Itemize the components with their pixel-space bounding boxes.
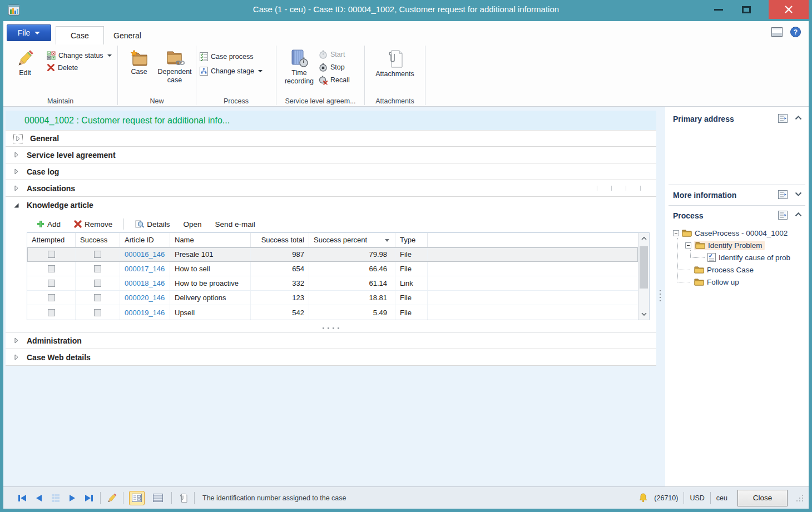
attempted-checkbox[interactable] bbox=[48, 251, 55, 258]
notification-count[interactable]: (26710) bbox=[654, 494, 678, 502]
pane-splitter[interactable] bbox=[656, 107, 665, 486]
open-button[interactable]: Open bbox=[179, 220, 206, 228]
remove-button[interactable]: Remove bbox=[70, 220, 117, 228]
tree-node-caseprocess[interactable]: CaseProcess - 00004_1002 bbox=[665, 227, 809, 239]
article-id-link[interactable]: 000019_146 bbox=[125, 309, 165, 317]
col-type[interactable]: Type bbox=[395, 233, 428, 247]
success-checkbox[interactable] bbox=[94, 280, 101, 287]
file-menu-button[interactable]: File bbox=[7, 24, 51, 41]
factbox-menu-icon[interactable] bbox=[778, 211, 788, 220]
last-record-button[interactable] bbox=[83, 493, 95, 504]
section-associations[interactable]: Associations bbox=[6, 180, 656, 197]
time-recording-button[interactable]: Time recording bbox=[280, 47, 319, 86]
tab-general[interactable]: General bbox=[99, 26, 156, 44]
currency-field[interactable]: USD bbox=[690, 494, 704, 502]
section-case-log[interactable]: Case log bbox=[6, 163, 656, 180]
vertical-scrollbar[interactable] bbox=[638, 233, 649, 320]
start-button[interactable]: Start bbox=[319, 50, 350, 59]
grid-view-button[interactable] bbox=[150, 491, 166, 505]
scroll-down-button[interactable] bbox=[638, 309, 649, 320]
table-row[interactable]: 000019_146 Upsell 542 5.49 File bbox=[27, 305, 638, 320]
section-resize-handle[interactable] bbox=[6, 325, 656, 332]
article-id-link[interactable]: 000018_146 bbox=[125, 279, 165, 287]
section-general[interactable]: General bbox=[6, 130, 656, 147]
details-button[interactable]: Details bbox=[131, 220, 174, 228]
first-record-button[interactable] bbox=[17, 493, 28, 504]
ribbon-tabstrip: File Case General ? bbox=[3, 21, 809, 44]
table-row[interactable]: 000018_146 How to be proactive 332 61.14… bbox=[27, 276, 638, 291]
dependent-case-button[interactable]: Dependent case bbox=[157, 47, 192, 84]
attempted-checkbox[interactable] bbox=[48, 280, 55, 287]
col-article-id[interactable]: Article ID bbox=[120, 233, 170, 247]
tree-node-follow-up[interactable]: Follow up bbox=[665, 276, 809, 288]
col-name[interactable]: Name bbox=[170, 233, 251, 247]
document-handling-button[interactable] bbox=[177, 493, 189, 504]
article-id-link[interactable]: 000020_146 bbox=[125, 294, 165, 302]
change-status-button[interactable]: Change status bbox=[47, 51, 112, 60]
scroll-up-button[interactable] bbox=[638, 233, 649, 244]
factbox-menu-icon[interactable] bbox=[778, 114, 788, 123]
tree-node-identify-problem[interactable]: Identify Problem bbox=[665, 239, 809, 251]
edit-button[interactable]: Edit bbox=[7, 47, 43, 77]
article-id-link[interactable]: 000016_146 bbox=[125, 250, 165, 259]
success-checkbox[interactable] bbox=[94, 251, 101, 258]
previous-record-button[interactable] bbox=[33, 493, 44, 504]
maximize-button[interactable] bbox=[735, 0, 757, 19]
success-checkbox[interactable] bbox=[94, 265, 101, 272]
bell-icon bbox=[638, 493, 648, 503]
attempted-checkbox[interactable] bbox=[48, 294, 55, 301]
section-case-web-details[interactable]: Case Web details bbox=[6, 349, 656, 366]
form-view-button[interactable] bbox=[129, 491, 145, 505]
factbox-menu-icon[interactable] bbox=[778, 190, 788, 199]
change-stage-button[interactable]: Change stage bbox=[200, 67, 263, 76]
factbox-more-information[interactable]: More information bbox=[665, 187, 809, 203]
next-record-button[interactable] bbox=[67, 493, 78, 504]
factbox-layout-icon[interactable] bbox=[771, 27, 783, 37]
col-success[interactable]: Success bbox=[76, 233, 120, 247]
tab-case[interactable]: Case bbox=[56, 26, 104, 44]
form-view-icon bbox=[132, 494, 142, 502]
attempted-checkbox[interactable] bbox=[48, 309, 55, 316]
col-attempted[interactable]: Attempted bbox=[27, 233, 76, 247]
scrollbar-thumb[interactable] bbox=[640, 246, 648, 289]
case-process-button[interactable]: Case process bbox=[200, 52, 263, 61]
table-row[interactable]: 000016_146 Presale 101 987 79.98 File bbox=[27, 247, 638, 262]
add-button[interactable]: Add bbox=[32, 220, 65, 228]
section-administration[interactable]: Administration bbox=[6, 332, 656, 349]
tree-node-identify-cause[interactable]: Identify cause of prob bbox=[665, 251, 809, 264]
factbox-process[interactable]: Process bbox=[665, 208, 809, 223]
tree-collapse-icon[interactable] bbox=[673, 230, 679, 236]
grid-records-button[interactable] bbox=[50, 493, 61, 504]
minimize-button[interactable] bbox=[707, 0, 730, 19]
table-row[interactable]: 000020_146 Delivery options 123 18.81 Fi… bbox=[27, 291, 638, 305]
recall-button[interactable]: Recall bbox=[319, 76, 350, 84]
resize-grip[interactable] bbox=[796, 495, 803, 501]
delete-button[interactable]: Delete bbox=[47, 63, 112, 72]
attempted-checkbox[interactable] bbox=[48, 265, 55, 272]
help-icon[interactable]: ? bbox=[790, 27, 801, 37]
section-service-level-agreement[interactable]: Service level agreement bbox=[6, 147, 656, 163]
new-case-button[interactable]: Case bbox=[121, 47, 157, 76]
factbox-primary-address[interactable]: Primary address bbox=[665, 111, 809, 127]
edit-record-button[interactable] bbox=[106, 493, 117, 504]
tree-node-process-case[interactable]: Process Case bbox=[665, 264, 809, 276]
chevron-up-icon[interactable] bbox=[795, 116, 802, 120]
table-row[interactable]: 000017_146 How to sell 654 66.46 File bbox=[27, 262, 638, 276]
pencil-icon bbox=[107, 493, 117, 503]
close-window-button[interactable] bbox=[769, 0, 809, 19]
chevron-up-icon[interactable] bbox=[795, 212, 802, 217]
article-id-link[interactable]: 000017_146 bbox=[125, 265, 165, 273]
send-email-button[interactable]: Send e-mail bbox=[211, 220, 260, 228]
col-success-total[interactable]: Success total bbox=[251, 233, 309, 247]
section-knowledge-article[interactable]: Knowledge article bbox=[6, 197, 656, 213]
col-success-percent[interactable]: Success percent bbox=[309, 233, 395, 247]
close-form-button[interactable]: Close bbox=[737, 490, 788, 506]
tree-collapse-icon[interactable] bbox=[685, 242, 691, 248]
attachments-button[interactable]: Attachments bbox=[370, 47, 420, 78]
success-checkbox[interactable] bbox=[94, 309, 101, 316]
success-checkbox[interactable] bbox=[94, 294, 101, 301]
stop-button[interactable]: Stop bbox=[319, 63, 350, 72]
notifications-button[interactable] bbox=[637, 493, 648, 504]
company-field[interactable]: ceu bbox=[716, 494, 727, 502]
chevron-down-icon[interactable] bbox=[795, 192, 802, 196]
